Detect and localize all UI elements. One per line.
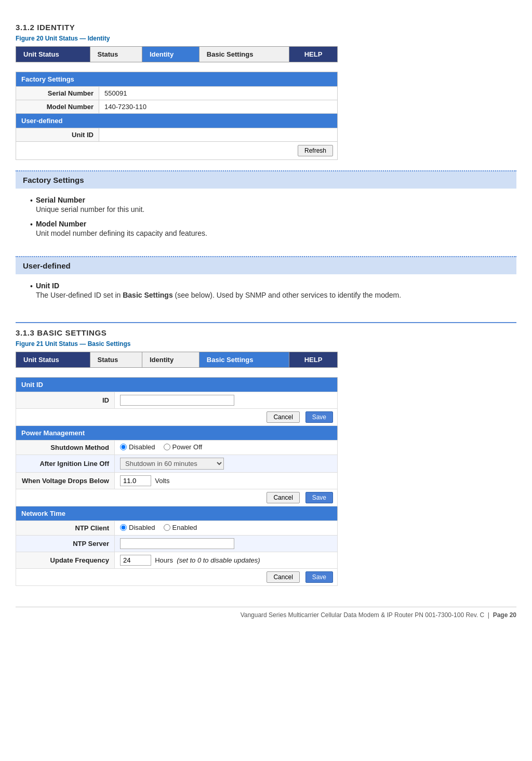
nav1-identity[interactable]: Identity [142, 47, 199, 62]
footer-page: Page 20 [493, 611, 516, 619]
unit-id-bullet: • Unit ID The User-defined ID set in Bas… [26, 282, 506, 299]
update-freq-value-cell: Hours (set to 0 to disable updates) [115, 552, 338, 569]
update-freq-unit: Hours [155, 556, 173, 564]
id-label: ID [16, 392, 115, 409]
nav-table-2: Unit Status Status Identity Basic Settin… [16, 352, 338, 368]
ntp-server-label: NTP Server [16, 536, 115, 552]
user-defined-header: User-defined [16, 256, 516, 274]
update-freq-label: Update Frequency [16, 552, 115, 569]
serial-number-row: Serial Number 550091 [16, 87, 338, 100]
ntp-disabled-label[interactable]: Disabled [120, 524, 155, 531]
update-freq-note: (set to 0 to disable updates) [177, 556, 260, 564]
basic-settings-form-table: Unit ID ID Cancel Save Power Management … [16, 377, 338, 586]
factory-settings-header: Factory Settings [16, 170, 516, 189]
ntp-client-value: Disabled Enabled [115, 521, 338, 536]
factory-settings-section: Factory Settings • Serial Number Unique … [16, 170, 516, 249]
nav-table-1: Unit Status Status Identity Basic Settin… [16, 46, 338, 62]
update-freq-row: Update Frequency Hours (set to 0 to disa… [16, 552, 338, 569]
section-312-heading: 3.1.2 IDENTITY [16, 23, 516, 32]
model-number-bullet-title: Model Number [36, 220, 207, 228]
shutdown-power-off-radio[interactable] [164, 444, 170, 450]
unit-id-cancel-button[interactable]: Cancel [267, 411, 299, 423]
after-ignition-label: After Ignition Line Off [16, 455, 115, 473]
serial-number-bullet-desc: Unique serial number for this unit. [36, 205, 144, 213]
voltage-input[interactable] [120, 475, 151, 486]
shutdown-method-label: Shutdown Method [16, 440, 115, 455]
after-ignition-select[interactable]: Shutdown in 60 minutes [120, 458, 224, 470]
nav1-status[interactable]: Status [90, 47, 142, 62]
id-field-row: ID [16, 392, 338, 409]
id-input-cell [115, 392, 338, 409]
nav1-basic-settings[interactable]: Basic Settings [199, 47, 289, 62]
model-number-row: Model Number 140-7230-110 [16, 100, 338, 114]
nav2-identity[interactable]: Identity [142, 352, 199, 368]
factory-settings-row: Factory Settings [16, 72, 338, 87]
figure20-caption: Figure 20 Unit Status — Identity [16, 35, 516, 42]
model-number-label: Model Number [16, 100, 99, 114]
refresh-button[interactable]: Refresh [298, 145, 333, 156]
network-time-section-row: Network Time [16, 506, 338, 521]
ntp-server-input[interactable] [120, 538, 234, 549]
bullet-dot-1: • [30, 196, 33, 213]
unit-id-bullet-desc: The User-defined ID set in Basic Setting… [36, 291, 401, 299]
unit-id-btn-row: Cancel Save [16, 409, 338, 426]
after-ignition-row: After Ignition Line Off Shutdown in 60 m… [16, 455, 338, 473]
user-defined-section: User-defined • Unit ID The User-defined … [16, 256, 516, 311]
shutdown-method-value: Disabled Power Off [115, 440, 338, 455]
nav2-help[interactable]: HELP [289, 352, 337, 368]
section-divider [16, 322, 516, 323]
update-freq-input[interactable] [120, 555, 151, 566]
ntp-client-label: NTP Client [16, 521, 115, 536]
unit-id-section-row: Unit ID [16, 378, 338, 392]
refresh-btn-row: Refresh [16, 142, 338, 160]
unit-id-save-button[interactable]: Save [305, 411, 333, 423]
factory-settings-body: • Serial Number Unique serial number for… [16, 194, 516, 249]
nav2-basic-settings[interactable]: Basic Settings [199, 352, 289, 368]
voltage-value-cell: Volts [115, 473, 338, 489]
user-defined-body: • Unit ID The User-defined ID set in Bas… [16, 279, 516, 311]
voltage-label: When Voltage Drops Below [16, 473, 115, 489]
shutdown-method-radio-group: Disabled Power Off [120, 443, 202, 451]
page-footer: Vanguard Series Multicarrier Cellular Da… [16, 607, 516, 619]
power-mgmt-section-row: Power Management [16, 426, 338, 440]
ntp-disabled-radio[interactable] [120, 524, 127, 531]
section-313-heading: 3.1.3 BASIC SETTINGS [16, 328, 516, 337]
serial-number-bullet: • Serial Number Unique serial number for… [26, 196, 506, 213]
ntp-client-row: NTP Client Disabled Enabled [16, 521, 338, 536]
nav2-status[interactable]: Status [90, 352, 142, 368]
ntp-enabled-radio[interactable] [164, 524, 170, 531]
after-ignition-value: Shutdown in 60 minutes [115, 455, 338, 473]
shutdown-disabled-label[interactable]: Disabled [120, 443, 155, 451]
power-cancel-button[interactable]: Cancel [267, 492, 299, 503]
nav1-unit-status[interactable]: Unit Status [16, 47, 90, 62]
network-time-save-button[interactable]: Save [305, 571, 333, 583]
ntp-server-value [115, 536, 338, 552]
voltage-unit: Volts [155, 477, 169, 485]
serial-number-label: Serial Number [16, 87, 99, 100]
nav2-unit-status[interactable]: Unit Status [16, 352, 90, 368]
footer-text: Vanguard Series Multicarrier Cellular Da… [241, 611, 485, 619]
unit-id-row: Unit ID [16, 128, 338, 142]
ntp-enabled-label[interactable]: Enabled [164, 524, 197, 531]
network-time-btn-row: Cancel Save [16, 569, 338, 586]
power-save-button[interactable]: Save [305, 492, 333, 503]
model-number-bullet: • Model Number Unit model number definin… [26, 220, 506, 237]
ntp-server-row: NTP Server [16, 536, 338, 552]
model-number-bullet-desc: Unit model number defining its capacity … [36, 229, 207, 237]
shutdown-disabled-radio[interactable] [120, 444, 127, 450]
power-btn-row: Cancel Save [16, 489, 338, 506]
unit-id-label: Unit ID [16, 128, 99, 142]
network-time-cancel-button[interactable]: Cancel [267, 571, 299, 583]
ntp-client-radio-group: Disabled Enabled [120, 524, 197, 531]
bullet-dot-2: • [30, 220, 33, 237]
serial-number-value: 550091 [99, 87, 338, 100]
shutdown-method-row: Shutdown Method Disabled Power Off [16, 440, 338, 455]
model-number-value: 140-7230-110 [99, 100, 338, 114]
user-defined-row: User-defined [16, 114, 338, 128]
shutdown-power-off-label[interactable]: Power Off [164, 443, 203, 451]
unit-id-input[interactable] [120, 395, 234, 406]
nav1-help[interactable]: HELP [289, 47, 337, 62]
unit-id-value [99, 128, 338, 142]
figure21-caption: Figure 21 Unit Status — Basic Settings [16, 340, 516, 348]
identity-content-table: Factory Settings Serial Number 550091 Mo… [16, 72, 338, 160]
